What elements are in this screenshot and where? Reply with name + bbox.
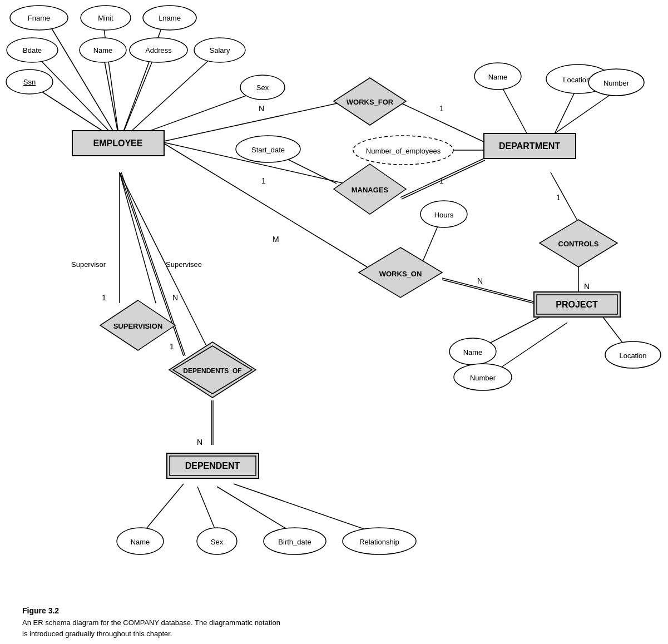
bdate-attr: Bdate — [23, 46, 42, 55]
svg-line-13 — [120, 172, 156, 303]
ssn-attr: Ssn — [23, 78, 36, 86]
svg-line-9 — [161, 103, 339, 142]
dept-number-attr: Number — [603, 79, 630, 87]
svg-line-29 — [442, 280, 540, 305]
svg-line-38 — [234, 484, 378, 534]
er-diagram-container: EMPLOYEE DEPARTMENT PROJECT DEPENDENT WO… — [0, 0, 668, 601]
dependents-of-label: DEPENDENTS_OF — [183, 367, 241, 375]
svg-line-26 — [495, 323, 567, 371]
manages-label: MANAGES — [352, 186, 389, 194]
er-diagram-svg: EMPLOYEE DEPARTMENT PROJECT DEPENDENT WO… — [0, 0, 668, 601]
dep-sex-attr: Sex — [211, 538, 224, 546]
svg-line-21 — [551, 92, 615, 136]
employee-label: EMPLOYEE — [93, 138, 143, 148]
n-dependents-of: N — [197, 438, 202, 447]
svg-line-30 — [423, 222, 439, 261]
dep-birth-attr: Birth_date — [278, 538, 311, 546]
1-manages-dept: 1 — [439, 176, 444, 185]
fname-attr: Fname — [28, 14, 50, 22]
address-attr: Address — [145, 46, 172, 55]
proj-location-attr: Location — [619, 351, 646, 360]
svg-line-37 — [217, 487, 295, 534]
salary-attr: Salary — [210, 46, 230, 55]
svg-line-35 — [142, 484, 184, 534]
dependent-label: DEPENDENT — [185, 461, 240, 470]
minit-attr: Minit — [98, 14, 113, 22]
svg-line-36 — [197, 487, 217, 534]
svg-line-3 — [33, 53, 120, 142]
dep-rel-attr: Relationship — [359, 538, 399, 546]
emp-name-attr: Name — [93, 46, 113, 55]
1-controls-dept: 1 — [556, 193, 561, 202]
1-supervision: 1 — [102, 293, 106, 302]
caption-text: An ER schema diagram for the COMPANY dat… — [22, 617, 334, 639]
proj-number-attr: Number — [470, 374, 496, 382]
supervision-label: SUPERVISION — [113, 322, 163, 330]
lname-attr: Lname — [159, 14, 181, 22]
num-employees-attr: Number_of_employees — [366, 147, 441, 155]
1-works-for-dept: 1 — [439, 104, 444, 113]
n-works-on-proj: N — [477, 276, 483, 285]
m-works-on-emp: M — [273, 235, 279, 244]
works-for-label: WORKS_FOR — [347, 98, 394, 106]
supervisee-label: Supervisee — [166, 260, 202, 269]
supervisor-label: Supervisor — [71, 260, 106, 269]
dept-name-attr: Name — [488, 73, 508, 81]
proj-name-attr: Name — [463, 348, 483, 356]
sex-emp-attr: Sex — [256, 83, 269, 92]
figure-caption: Figure 3.2 An ER schema diagram for the … — [11, 606, 345, 644]
hours-attr: Hours — [434, 211, 454, 219]
caption-title: Figure 3.2 — [22, 606, 334, 615]
project-label: PROJECT — [556, 300, 598, 309]
svg-line-6 — [120, 53, 217, 142]
n-controls-proj: N — [584, 282, 590, 291]
department-label: DEPARTMENT — [499, 141, 560, 151]
works-on-label: WORKS_ON — [379, 270, 422, 278]
n-works-for-emp: N — [259, 104, 264, 113]
start-date-attr: Start_date — [251, 146, 285, 154]
controls-label: CONTROLS — [558, 240, 599, 248]
svg-line-5 — [120, 53, 156, 142]
svg-line-20 — [501, 85, 528, 136]
1-manages-emp: 1 — [261, 176, 266, 185]
n-supervision: N — [172, 293, 178, 302]
svg-line-28 — [442, 278, 540, 303]
1-dependents-of-emp: 1 — [170, 342, 174, 351]
dep-name-attr: Name — [131, 538, 150, 546]
svg-line-23 — [551, 172, 578, 222]
